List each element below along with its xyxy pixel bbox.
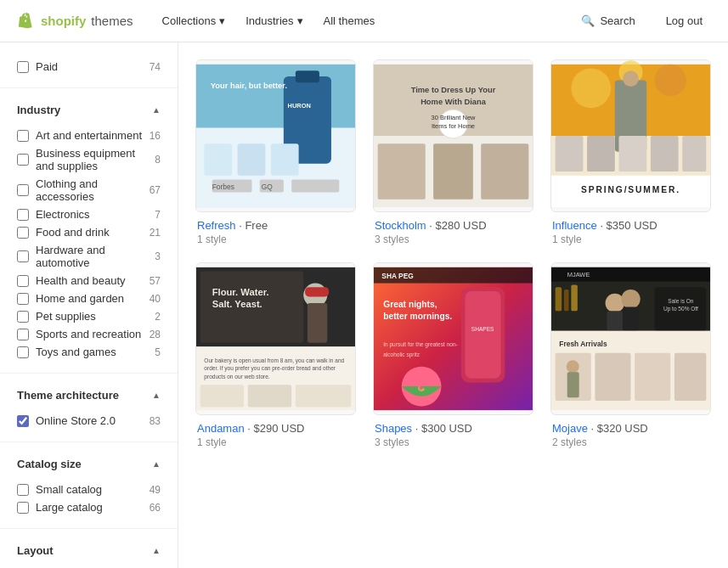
theme-styles-refresh: 1 style	[197, 233, 354, 245]
nav-collections[interactable]: Collections ▾	[154, 9, 234, 32]
theme-card-shapes[interactable]: SHA PEG SHAPES 🍉 Great nights, better mo…	[373, 262, 533, 448]
industry-section-header[interactable]: Industry ▲	[0, 95, 178, 121]
svg-point-73	[621, 290, 640, 308]
small-catalog-checkbox[interactable]	[17, 484, 29, 496]
food-checkbox[interactable]	[17, 227, 29, 239]
svg-text:Great nights,: Great nights,	[383, 300, 437, 309]
site-logo[interactable]: shopify themes	[17, 12, 133, 31]
sports-checkbox[interactable]	[17, 329, 29, 340]
theme-card-stockholm[interactable]: Time to Dress Up Your Home With Diana 30…	[373, 59, 533, 245]
filter-home-garden[interactable]: Home and garden 40	[17, 290, 161, 307]
theme-preview-stockholm: Time to Dress Up Your Home With Diana 30…	[373, 59, 533, 212]
theme-preview-andaman: Flour. Water. Salt. Yeast. Our bakery is…	[195, 262, 356, 415]
filter-small-catalog[interactable]: Small catalog 49	[17, 481, 161, 498]
svg-rect-19	[378, 143, 426, 199]
catalog-size-section-header[interactable]: Catalog size ▲	[0, 449, 178, 475]
svg-text:products on our web store.: products on our web store.	[204, 374, 270, 380]
filter-large-catalog[interactable]: Large catalog 66	[17, 498, 161, 516]
theme-card-andaman[interactable]: Flour. Water. Salt. Yeast. Our bakery is…	[195, 262, 356, 448]
shapes-preview-svg: SHA PEG SHAPES 🍉 Great nights, better mo…	[374, 263, 533, 414]
online-store-checkbox[interactable]	[17, 415, 29, 427]
svg-rect-51	[248, 385, 291, 407]
andaman-preview-svg: Flour. Water. Salt. Yeast. Our bakery is…	[196, 263, 355, 414]
filter-health-beauty[interactable]: Health and beauty 57	[17, 272, 161, 290]
svg-rect-52	[296, 385, 351, 407]
svg-text:Home With Diana: Home With Diana	[420, 98, 487, 106]
nav-industries[interactable]: Industries ▾	[237, 9, 311, 32]
filter-paid[interactable]: Paid 74	[17, 58, 161, 76]
filter-sports[interactable]: Sports and recreation 28	[17, 325, 161, 343]
svg-rect-8	[291, 179, 339, 192]
svg-text:HURON: HURON	[288, 102, 311, 110]
svg-text:SHA PEG: SHA PEG	[381, 272, 414, 280]
home-checkbox[interactable]	[17, 293, 29, 305]
filter-toys[interactable]: Toys and games 5	[17, 343, 161, 361]
divider	[0, 87, 178, 88]
theme-card-refresh[interactable]: HURON Forbes GQ Your hair, but better.	[195, 59, 356, 245]
catalog-size-title: Catalog size	[17, 458, 82, 470]
filter-art-entertainment[interactable]: Art and entertainment 16	[17, 127, 161, 144]
theme-preview-refresh: HURON Forbes GQ Your hair, but better.	[195, 59, 356, 212]
svg-text:Our bakery is open usual from : Our bakery is open usual from 8 am, you …	[204, 357, 344, 364]
svg-rect-57	[466, 291, 501, 379]
search-button[interactable]: 🔍 Search	[573, 9, 643, 32]
industry-filters: Art and entertainment 16 Business equipm…	[0, 121, 178, 366]
filter-online-store[interactable]: Online Store 2.0 83	[17, 412, 161, 430]
toys-checkbox[interactable]	[17, 346, 29, 358]
divider	[0, 441, 178, 442]
svg-rect-50	[200, 385, 244, 407]
svg-point-31	[623, 70, 639, 87]
hardware-checkbox[interactable]	[17, 250, 29, 262]
svg-text:better mornings.: better mornings.	[383, 312, 452, 321]
filter-pet-supplies[interactable]: Pet supplies 2	[17, 307, 161, 325]
layout-section-header[interactable]: Layout ▲	[0, 536, 178, 562]
filter-food-drink[interactable]: Food and drink 21	[17, 223, 161, 241]
paid-checkbox[interactable]	[17, 61, 29, 73]
svg-text:Forbes: Forbes	[212, 183, 234, 191]
pet-checkbox[interactable]	[17, 311, 29, 323]
clothing-checkbox[interactable]	[17, 184, 29, 196]
filter-hardware[interactable]: Hardware and automotive 3	[17, 241, 161, 272]
industry-title: Industry	[17, 104, 60, 116]
electronics-checkbox[interactable]	[17, 209, 29, 221]
theme-card-influence[interactable]: SPRING/SUMMER. Influence · $350 USD 1 st…	[550, 59, 711, 245]
logout-button[interactable]: Log out	[657, 9, 711, 32]
svg-rect-36	[618, 136, 646, 172]
filter-business-equipment[interactable]: Business equipment and supplies 8	[17, 144, 161, 175]
paid-label[interactable]: Paid	[36, 60, 143, 73]
svg-point-27	[571, 69, 611, 109]
svg-text:In pursuit for the greatest no: In pursuit for the greatest non-	[383, 341, 457, 348]
theme-name-refresh[interactable]: Refresh	[197, 219, 236, 232]
filter-clothing[interactable]: Clothing and accessories 67	[17, 175, 161, 205]
nav-all-themes[interactable]: All themes	[315, 9, 384, 32]
svg-point-85	[567, 360, 579, 373]
svg-point-28	[655, 65, 686, 96]
business-checkbox[interactable]	[17, 154, 29, 166]
filter-electronics[interactable]: Electronics 7	[17, 205, 161, 223]
theme-name-andaman[interactable]: Andaman	[197, 422, 245, 435]
refresh-preview-svg: HURON Forbes GQ Your hair, but better.	[196, 60, 355, 211]
svg-rect-86	[567, 372, 579, 397]
svg-rect-44	[308, 303, 327, 343]
svg-rect-83	[635, 353, 670, 401]
theme-styles-stockholm: 3 styles	[375, 233, 532, 245]
health-checkbox[interactable]	[17, 275, 29, 287]
paid-count: 74	[150, 61, 161, 73]
mojave-preview-svg: MJAWE Sale is On	[551, 263, 710, 414]
theme-card-mojave[interactable]: MJAWE Sale is On	[550, 262, 711, 448]
svg-rect-37	[651, 136, 679, 172]
theme-styles-mojave: 2 styles	[552, 436, 709, 448]
search-icon: 🔍	[581, 14, 595, 27]
svg-rect-35	[587, 136, 615, 172]
art-checkbox[interactable]	[17, 130, 29, 142]
theme-price-andaman: · $290 USD	[247, 422, 304, 435]
theme-name-shapes[interactable]: Shapes	[375, 422, 412, 435]
theme-name-mojave[interactable]: Mojave	[552, 422, 588, 435]
svg-rect-74	[607, 311, 623, 330]
svg-text:30 Brilliant New: 30 Brilliant New	[432, 114, 476, 121]
layout-filters: Minimal 36 Content-rich 41	[0, 562, 178, 568]
large-catalog-checkbox[interactable]	[17, 502, 29, 514]
theme-arch-section-header[interactable]: Theme architecture ▲	[0, 380, 178, 407]
theme-name-influence[interactable]: Influence	[552, 219, 597, 232]
theme-name-stockholm[interactable]: Stockholm	[375, 219, 426, 232]
